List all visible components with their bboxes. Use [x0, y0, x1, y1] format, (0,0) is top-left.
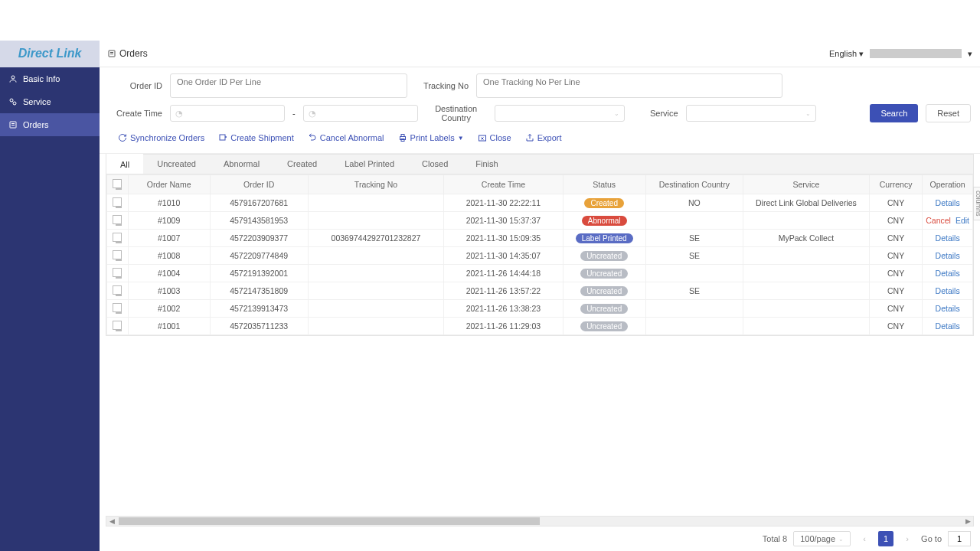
sidebar-item-orders[interactable]: Orders: [0, 113, 100, 136]
tracking-no-label: Tracking No: [415, 81, 469, 90]
tab-finish[interactable]: Finish: [462, 155, 511, 174]
status-badge: Uncreated: [580, 286, 628, 296]
columns-toggle[interactable]: columns: [973, 187, 980, 220]
create-shipment-action[interactable]: Create Shipment: [218, 133, 294, 142]
row-checkbox-cell: [107, 230, 129, 247]
tracking-no-input[interactable]: [476, 73, 782, 98]
sidebar-item-basic-info[interactable]: Basic Info: [0, 67, 100, 90]
user-menu[interactable]: [870, 49, 962, 58]
select-all-checkbox[interactable]: [113, 179, 122, 188]
chevron-down-icon: ⌄: [838, 536, 844, 543]
tab-created[interactable]: Created: [273, 155, 331, 174]
total-label: Total 8: [763, 534, 787, 543]
reset-button[interactable]: Reset: [926, 104, 971, 122]
tab-all[interactable]: All: [106, 154, 143, 174]
data-cell: CNY: [869, 318, 922, 335]
caret-down-icon: ▾: [968, 49, 972, 59]
undo-icon: [308, 133, 317, 142]
details-link[interactable]: Details: [936, 286, 960, 295]
status-cell: Uncreated: [563, 247, 645, 265]
svg-rect-11: [401, 135, 404, 137]
status-badge: Created: [584, 198, 624, 208]
status-cell: Uncreated: [563, 300, 645, 318]
row-checkbox[interactable]: [113, 197, 122, 207]
next-page-button[interactable]: ›: [900, 531, 915, 546]
horizontal-scrollbar[interactable]: ◀ ▶: [106, 516, 974, 527]
status-badge: Uncreated: [580, 269, 628, 279]
action-label: Create Shipment: [230, 133, 294, 142]
details-link[interactable]: Details: [936, 233, 960, 243]
goto-page-input[interactable]: [948, 531, 971, 546]
data-cell: 2021-11-30 15:09:35: [444, 230, 563, 247]
synchronize-orders-action[interactable]: Synchronize Orders: [118, 133, 204, 142]
row-checkbox[interactable]: [113, 233, 122, 242]
printer-icon: [398, 133, 407, 142]
row-checkbox[interactable]: [113, 250, 122, 259]
order-id-input[interactable]: [170, 73, 407, 98]
data-cell: CNY: [869, 247, 922, 265]
close-action[interactable]: Close: [478, 133, 511, 142]
language-selector[interactable]: English ▾: [829, 49, 864, 59]
export-action[interactable]: Export: [525, 133, 562, 142]
row-checkbox[interactable]: [113, 285, 122, 295]
details-link[interactable]: Details: [936, 304, 960, 313]
row-checkbox[interactable]: [113, 303, 122, 312]
edit-link[interactable]: Edit: [956, 216, 969, 225]
data-cell: CNY: [869, 230, 922, 247]
scroll-thumb[interactable]: [119, 517, 540, 525]
dest-country-select[interactable]: ⌄: [495, 105, 625, 122]
row-checkbox-cell: [107, 247, 129, 265]
cancel-link[interactable]: Cancel: [926, 216, 951, 225]
tab-label-printed[interactable]: Label Printed: [331, 155, 408, 174]
data-cell: #1009: [128, 212, 210, 230]
service-select[interactable]: ⌄: [686, 105, 816, 122]
data-cell: 4572209774849: [210, 247, 308, 265]
svg-point-1: [10, 99, 13, 102]
details-link[interactable]: Details: [936, 321, 960, 331]
sync-icon: [118, 133, 127, 142]
topbar: Orders English ▾ ▾: [100, 41, 980, 67]
col-header: Tracking No: [308, 175, 444, 194]
page-title: Orders: [107, 48, 148, 59]
create-time-from[interactable]: ◔: [170, 105, 285, 122]
export-icon: [525, 133, 534, 142]
data-cell: #1002: [128, 300, 210, 318]
tab-abnormal[interactable]: Abnormal: [210, 155, 273, 174]
prev-page-button[interactable]: ‹: [857, 531, 872, 546]
print-labels-action[interactable]: Print Labels ▼: [398, 133, 464, 142]
details-link[interactable]: Details: [936, 198, 960, 207]
table-row: #100145720357112332021-11-26 11:29:03Unc…: [107, 318, 973, 335]
table-row: #100345721473518092021-11-26 13:57:22Unc…: [107, 282, 973, 300]
details-link[interactable]: Details: [936, 269, 960, 278]
main-content: Orders English ▾ ▾ Order ID Tracking No …: [100, 41, 980, 551]
data-cell: #1007: [128, 230, 210, 247]
row-checkbox-cell: [107, 300, 129, 318]
operation-cell: Details: [923, 265, 973, 282]
search-button[interactable]: Search: [870, 104, 918, 122]
tab-uncreated[interactable]: Uncreated: [143, 155, 210, 174]
status-badge: Uncreated: [580, 304, 628, 314]
status-cell: Uncreated: [563, 282, 645, 300]
data-cell: [308, 300, 444, 318]
data-cell: [743, 247, 869, 265]
page-1-button[interactable]: 1: [878, 531, 893, 546]
create-time-to[interactable]: ◔: [303, 105, 418, 122]
data-cell: 4572203909377: [210, 230, 308, 247]
row-checkbox[interactable]: [113, 215, 122, 224]
orders-table: Order NameOrder IDTracking NoCreate Time…: [106, 174, 973, 335]
details-link[interactable]: Details: [936, 251, 960, 260]
row-checkbox-cell: [107, 212, 129, 230]
row-checkbox[interactable]: [113, 268, 122, 277]
col-header: Order ID: [210, 175, 308, 194]
page-size-value: 100/page: [800, 534, 835, 543]
tab-closed[interactable]: Closed: [408, 155, 462, 174]
col-header: Destination Country: [645, 175, 743, 194]
cancel-abnormal-action[interactable]: Cancel Abnormal: [308, 133, 384, 142]
scroll-left-icon[interactable]: ◀: [106, 517, 117, 525]
row-checkbox[interactable]: [113, 321, 122, 330]
action-label: Synchronize Orders: [130, 133, 204, 142]
scroll-right-icon[interactable]: ▶: [962, 517, 973, 525]
page-size-select[interactable]: 100/page ⌄: [793, 531, 851, 546]
sidebar-item-service[interactable]: Service: [0, 90, 100, 113]
data-cell: #1004: [128, 265, 210, 282]
